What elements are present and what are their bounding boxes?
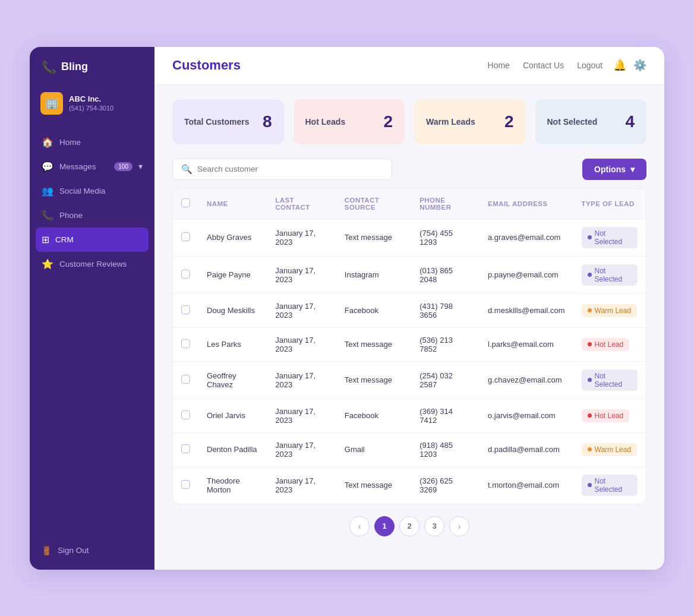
- lead-badge: Not Selected: [582, 227, 638, 248]
- cell-email: d.padilla@email.com: [480, 432, 573, 466]
- row-checkbox-5[interactable]: [181, 410, 190, 419]
- sidebar-item-messages[interactable]: 💬 Messages 100 ▾: [30, 154, 154, 179]
- cell-name: Doug Meskills: [198, 293, 267, 327]
- cell-email: a.graves@email.com: [480, 219, 573, 256]
- row-checkbox-6[interactable]: [181, 444, 190, 453]
- cell-email: t.morton@email.com: [480, 466, 573, 504]
- chevron-down-icon: ▾: [138, 162, 143, 171]
- cell-lead-type[interactable]: Hot Lead: [573, 399, 646, 432]
- cell-phone: (431) 798 3656: [411, 293, 480, 327]
- cell-name: Oriel Jarvis: [198, 399, 267, 432]
- stat-value-warm: 2: [504, 112, 514, 131]
- topbar-home-link[interactable]: Home: [488, 61, 510, 70]
- cell-lead-type[interactable]: Warm Lead: [573, 432, 646, 466]
- sidebar-item-label: CRM: [55, 235, 143, 244]
- topbar-icons: 🔔 ⚙️: [613, 59, 646, 72]
- sidebar-item-home[interactable]: 🏠 Home: [30, 130, 154, 154]
- cell-lead-type[interactable]: Not Selected: [573, 466, 646, 504]
- sidebar-profile: 🏢 ABC Inc. (541) 754-3010: [30, 85, 154, 125]
- cell-name: Denton Padilla: [198, 432, 267, 466]
- sidebar-item-customer-reviews[interactable]: ⭐ Customer Reviews: [30, 252, 154, 276]
- search-icon: 🔍: [181, 164, 193, 175]
- stat-value-not-selected: 4: [625, 112, 635, 131]
- cell-phone: (754) 455 1293: [411, 219, 480, 256]
- pagination-prev[interactable]: ‹: [349, 516, 370, 536]
- topbar-contact-link[interactable]: Contact Us: [523, 61, 564, 70]
- lead-dot: [588, 378, 592, 382]
- col-name: NAME: [198, 189, 267, 219]
- row-checkbox-7[interactable]: [181, 480, 190, 489]
- bell-icon[interactable]: 🔔: [613, 59, 626, 72]
- pagination-page-2[interactable]: 2: [399, 516, 419, 536]
- cell-source: Text message: [336, 219, 411, 256]
- lead-badge: Warm Lead: [582, 304, 638, 317]
- cell-source: Facebook: [336, 293, 411, 327]
- stat-value-hot: 2: [383, 112, 393, 131]
- topbar: Customers Home Contact Us Logout 🔔 ⚙️: [154, 47, 664, 85]
- logo-text: Bling: [61, 61, 88, 73]
- cell-source: Gmail: [336, 432, 411, 466]
- pagination-next[interactable]: ›: [449, 516, 469, 536]
- row-checkbox-2[interactable]: [181, 305, 190, 314]
- signout-label: Sign Out: [58, 546, 89, 555]
- sidebar-bottom: 🚪 Sign Out: [30, 535, 154, 570]
- stat-card-total-customers: Total Customers 8: [172, 99, 284, 144]
- gear-icon[interactable]: ⚙️: [633, 59, 646, 72]
- stat-value-total: 8: [263, 112, 272, 131]
- topbar-nav: Home Contact Us Logout: [488, 61, 602, 70]
- stat-cards: Total Customers 8 Hot Leads 2 Warm Leads…: [172, 99, 646, 144]
- cell-email: o.jarvis@email.com: [480, 399, 573, 432]
- page-title: Customers: [172, 58, 488, 73]
- select-all-checkbox[interactable]: [181, 198, 190, 207]
- cell-last-contact: January 17, 2023: [267, 219, 336, 256]
- signout-icon: 🚪: [42, 546, 52, 555]
- cell-lead-type[interactable]: Not Selected: [573, 219, 646, 256]
- messages-badge: 100: [114, 162, 133, 171]
- sidebar-logo: 📞 Bling: [30, 47, 154, 85]
- lead-dot: [588, 235, 592, 239]
- sidebar-item-label: Social Media: [59, 187, 143, 195]
- table: NAME LAST CONTACT CONTACT SOURCE PHONE N…: [173, 189, 646, 504]
- cell-lead-type[interactable]: Not Selected: [573, 256, 646, 293]
- profile-info: ABC Inc. (541) 754-3010: [69, 94, 113, 112]
- stat-label-warm: Warm Leads: [426, 117, 475, 127]
- col-email-address: EMAIL ADDRESS: [480, 189, 573, 219]
- cell-name: Abby Graves: [198, 219, 267, 256]
- cell-email: p.payne@email.com: [480, 256, 573, 293]
- stat-card-hot-leads: Hot Leads 2: [294, 99, 405, 144]
- cell-phone: (326) 625 3269: [411, 466, 480, 504]
- topbar-logout-link[interactable]: Logout: [577, 61, 602, 70]
- cell-name: Paige Payne: [198, 256, 267, 293]
- customers-table: NAME LAST CONTACT CONTACT SOURCE PHONE N…: [172, 188, 646, 504]
- lead-badge: Not Selected: [582, 264, 638, 286]
- options-button[interactable]: Options ▾: [582, 159, 646, 180]
- cell-last-contact: January 17, 2023: [267, 361, 336, 399]
- sidebar-item-phone[interactable]: 📞 Phone: [30, 203, 154, 228]
- row-checkbox-0[interactable]: [181, 232, 190, 241]
- search-input[interactable]: [197, 165, 383, 173]
- row-checkbox-3[interactable]: [181, 339, 190, 348]
- cell-last-contact: January 17, 2023: [267, 327, 336, 361]
- cell-lead-type[interactable]: Warm Lead: [573, 293, 646, 327]
- avatar: 🏢: [40, 92, 63, 115]
- lead-badge: Not Selected: [582, 475, 638, 496]
- cell-phone: (536) 213 7852: [411, 327, 480, 361]
- cell-lead-type[interactable]: Hot Lead: [573, 327, 646, 361]
- pagination-page-3[interactable]: 3: [424, 516, 444, 536]
- sidebar: 📞 Bling 🏢 ABC Inc. (541) 754-3010 🏠 Home…: [30, 47, 154, 570]
- pagination-page-1[interactable]: 1: [374, 516, 395, 536]
- table-row: Denton Padilla January 17, 2023 Gmail (9…: [173, 432, 646, 466]
- page-content: Total Customers 8 Hot Leads 2 Warm Leads…: [154, 85, 664, 570]
- sidebar-item-crm[interactable]: ⊞ CRM: [36, 228, 149, 252]
- cell-source: Text message: [336, 466, 411, 504]
- signout-button[interactable]: 🚪 Sign Out: [42, 546, 143, 555]
- row-checkbox-4[interactable]: [181, 375, 190, 384]
- main-content: Customers Home Contact Us Logout 🔔 ⚙️ To…: [154, 47, 664, 570]
- row-checkbox-1[interactable]: [181, 270, 190, 279]
- cell-lead-type[interactable]: Not Selected: [573, 361, 646, 399]
- messages-icon: 💬: [42, 161, 53, 172]
- pagination: ‹ 1 2 3 ›: [172, 516, 646, 536]
- cell-phone: (013) 865 2048: [411, 256, 480, 293]
- sidebar-item-social-media[interactable]: 👥 Social Media: [30, 179, 154, 203]
- sidebar-item-label: Home: [59, 138, 143, 147]
